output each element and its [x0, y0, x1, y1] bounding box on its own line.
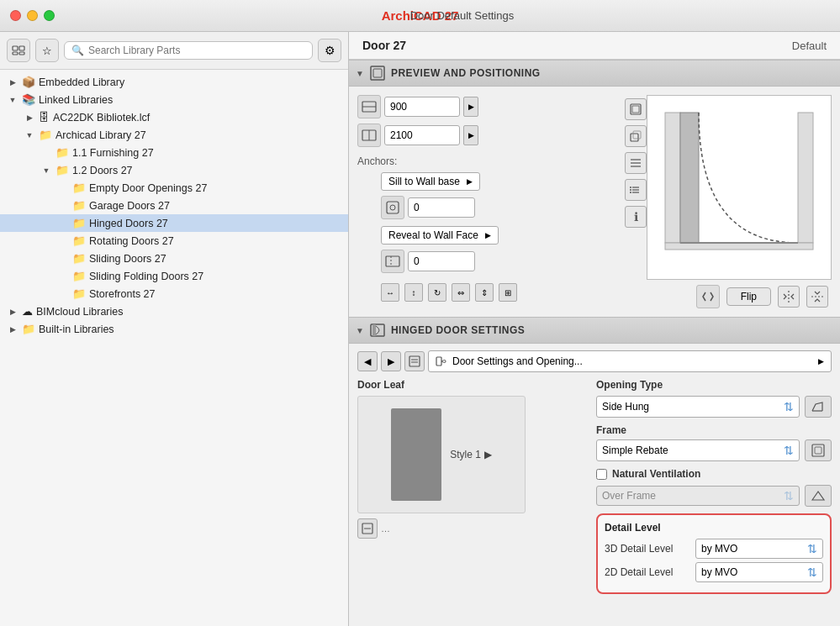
opening-type-dropdown[interactable]: Side Hung ⇅	[596, 396, 800, 418]
preview-layout: ▶ ▶	[357, 95, 832, 308]
extra-btn[interactable]: ⊞	[499, 283, 517, 302]
folder-icon: 📁	[72, 217, 86, 229]
close-button[interactable]	[10, 10, 21, 21]
library-icon-btn[interactable]	[7, 39, 30, 62]
library-icon	[12, 44, 25, 57]
sliding-doors-label: Sliding Doors 27	[89, 253, 166, 265]
tree-item-linked[interactable]: ▼ 📚 Linked Libraries	[0, 91, 348, 108]
info-btn[interactable]: ℹ	[625, 206, 647, 228]
height-row: ▶	[357, 124, 613, 147]
svg-point-11	[390, 205, 395, 210]
door-settings-dropdown[interactable]: Door Settings and Opening... ▶	[428, 350, 832, 372]
anchor-type-row: Sill to Wall base ▶	[381, 172, 613, 191]
view-list-btn[interactable]	[625, 179, 647, 201]
reveal-row: Reveal to Wall Face ▶	[381, 226, 613, 245]
door-edit-btn[interactable]	[357, 518, 378, 539]
preview-section-header[interactable]: ▼ PREVIEW AND POSITIONING	[349, 60, 840, 87]
tree-item-storefronts[interactable]: ▶ 📁 Storefronts 27	[0, 285, 348, 302]
reveal-dropdown-arrow: ▶	[485, 231, 491, 239]
expand-arrow: ▶	[7, 306, 18, 318]
vent-dropdown[interactable]: Over Frame ⇅	[596, 486, 800, 506]
settings-btn[interactable]: ⚙	[318, 39, 341, 62]
preview-section-icon	[369, 65, 386, 82]
view-detail-btn[interactable]	[625, 152, 647, 174]
natural-vent-checkbox[interactable]	[596, 469, 607, 480]
mirror-btn[interactable]: ⇔	[452, 283, 470, 302]
door-leaf-style-btn[interactable]: Style 1 ▶	[450, 449, 492, 460]
prev-btn[interactable]: ◀	[357, 351, 378, 371]
tree-item-sliding-doors[interactable]: ▶ 📁 Sliding Doors 27	[0, 250, 348, 267]
preview-canvas-with-icons: ℹ	[621, 95, 832, 280]
door-style-label: Style 1	[450, 449, 481, 460]
tree-item-ac22dk[interactable]: ▶ 🗄 AC22DK Bibliotek.lcf	[0, 108, 348, 126]
door-settings-label: Door Settings and Opening...	[452, 355, 583, 367]
sidebar-toolbar: ☆ 🔍 ⚙	[0, 32, 348, 70]
frame-section: Frame Simple Rebate ⇅	[596, 424, 832, 461]
tree-item-furnishing[interactable]: ▶ 📁 1.1 Furnishing 27	[0, 144, 348, 161]
frame-sketch-btn[interactable]	[805, 439, 832, 461]
hinged-section-header[interactable]: ▼ HINGED DOOR SETTINGS	[349, 317, 840, 344]
height-input[interactable]	[384, 125, 460, 145]
tree-item-sliding-folding[interactable]: ▶ 📁 Sliding Folding Doors 27	[0, 267, 348, 285]
width-arrow-btn[interactable]: ▶	[463, 97, 478, 117]
svg-rect-10	[387, 202, 399, 213]
height-arrow-btn[interactable]: ▶	[463, 125, 478, 145]
flip-icon-btn1[interactable]	[778, 286, 800, 308]
vent-sketch-icon	[811, 488, 826, 503]
tree-item-hinged-doors[interactable]: ▶ 📁 Hinged Doors 27	[0, 214, 348, 232]
flip-lr-btn[interactable]: ↔	[381, 283, 399, 302]
minimize-button[interactable]	[27, 10, 38, 21]
flip-prev-btn[interactable]	[696, 285, 720, 308]
maximize-button[interactable]	[44, 10, 55, 21]
furnishing-label: 1.1 Furnishing 27	[72, 147, 154, 159]
edit-icon	[409, 355, 420, 367]
frame-sketch-icon	[811, 443, 826, 458]
reveal-value-input[interactable]	[408, 251, 475, 271]
tree-item-empty-doors[interactable]: ▶ 📁 Empty Door Openings 27	[0, 179, 348, 197]
frame-dropdown[interactable]: Simple Rebate ⇅	[596, 439, 800, 461]
anchor-type-value: Sill to Wall base	[388, 176, 460, 187]
door-leaf-preview: Style 1 ▶	[357, 396, 526, 513]
rotate-btn[interactable]: ↻	[428, 283, 446, 302]
bimcloud-label: BIMcloud Libraries	[36, 306, 124, 318]
expand-arrow: ▶	[24, 112, 35, 124]
reveal-type-dropdown[interactable]: Reveal to Wall Face ▶	[381, 226, 499, 245]
tree-item-rotating-doors[interactable]: ▶ 📁 Rotating Doors 27	[0, 232, 348, 250]
tree-item-garage-doors[interactable]: ▶ 📁 Garage Doors 27	[0, 197, 348, 214]
opening-sketch-icon	[811, 399, 826, 414]
tree-item-bimcloud[interactable]: ▶ ☁ BIMcloud Libraries	[0, 302, 348, 320]
flip-button[interactable]: Flip	[726, 287, 771, 306]
svg-rect-43	[812, 445, 824, 456]
door-leaf-inner	[391, 408, 441, 501]
2d-detail-dropdown[interactable]: by MVO ⇅	[695, 562, 823, 582]
vent-sketch-btn[interactable]	[805, 485, 832, 507]
tree-item-archicad27[interactable]: ▼ 📁 Archicad Library 27	[0, 126, 348, 144]
3d-detail-dropdown[interactable]: by MVO ⇅	[695, 539, 823, 559]
main-layout: ☆ 🔍 ⚙ ▶ 📦 Embedded Library ▼ 📚 Linked Li…	[0, 32, 840, 626]
vent-value: Over Frame	[602, 490, 656, 502]
next-btn[interactable]: ▶	[381, 351, 401, 371]
linked-library-icon: 📚	[22, 93, 35, 106]
opening-sketch-btn[interactable]	[805, 396, 832, 418]
svg-rect-30	[680, 113, 699, 243]
tree-item-doors[interactable]: ▼ 📁 1.2 Doors 27	[0, 161, 348, 179]
view-2d-btn[interactable]	[625, 98, 647, 120]
width-input[interactable]	[384, 97, 460, 117]
sym-btn[interactable]: ⇕	[475, 283, 494, 302]
width-row: ▶	[357, 95, 613, 118]
opening-type-arrows: ⇅	[784, 400, 794, 413]
tree-item-embedded[interactable]: ▶ 📦 Embedded Library	[0, 73, 348, 91]
anchor-value-input[interactable]	[408, 197, 475, 218]
flip-ud-btn[interactable]: ↕	[404, 283, 423, 302]
linked-library-label: Linked Libraries	[39, 94, 113, 106]
flip-icon-btn2[interactable]	[806, 286, 828, 308]
panel-header: Door 27 Default	[349, 32, 840, 60]
hinged-section-icon	[369, 322, 386, 339]
star-btn[interactable]: ☆	[35, 39, 59, 62]
search-input[interactable]	[88, 45, 305, 56]
edit-btn[interactable]	[404, 351, 425, 371]
tree-item-builtin[interactable]: ▶ 📁 Built-in Libraries	[0, 320, 348, 338]
anchor-type-dropdown[interactable]: Sill to Wall base ▶	[381, 172, 480, 191]
view-3d-btn[interactable]	[625, 125, 647, 147]
expand-arrow: ▼	[24, 129, 35, 141]
